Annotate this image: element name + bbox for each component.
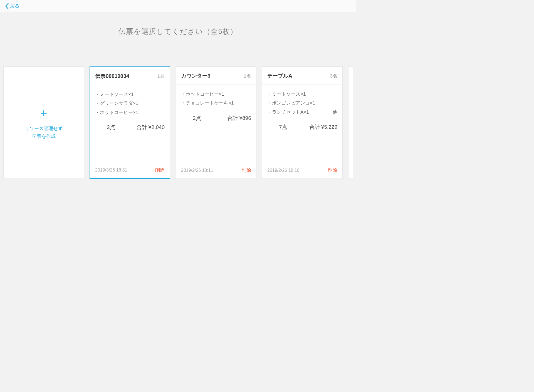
- slip-card-body: ・ホットコーヒー×1 ・チョコレートケーキ×1 2点 合計 ¥896: [176, 85, 256, 167]
- delete-button[interactable]: 削除: [328, 167, 337, 173]
- slip-title: カウンター3: [181, 72, 211, 80]
- slip-item: ・グリーンサラダ×1: [95, 99, 165, 108]
- slip-totals: 3点 合計 ¥2,040: [95, 124, 165, 131]
- slip-total-amount: 合計 ¥2,040: [137, 124, 165, 131]
- slip-item: ・ミートソース×1: [95, 90, 165, 99]
- slip-people-count: 1名: [244, 73, 251, 79]
- create-slip-label: リソース管理せず 伝票を作成: [25, 125, 63, 140]
- slip-item: ・ミートソース×1: [267, 90, 337, 99]
- slip-total-amount: 合計 ¥896: [227, 115, 251, 122]
- slip-total-amount: 合計 ¥5,229: [309, 123, 337, 131]
- slip-points: 2点: [193, 115, 201, 122]
- slip-title: テーブルA: [267, 72, 292, 80]
- slip-card-header: 伝票00010034 1名: [90, 67, 170, 85]
- slip-card-peek[interactable]: [348, 66, 353, 179]
- slip-totals: 2点 合計 ¥896: [181, 115, 251, 122]
- slip-card[interactable]: テーブルA 3名 ・ミートソース×1 ・ボンゴレビアンコ×1 ・ランチセットA×…: [262, 66, 343, 179]
- slip-card-footer: 2019/3/26 18:31 削除: [90, 167, 170, 178]
- cards-row: ＋ リソース管理せず 伝票を作成 伝票00010034 1名 ・ミートソース×1…: [0, 66, 356, 179]
- slip-item: ・ランチセットA×1他: [267, 108, 337, 117]
- slip-item-extra: 他: [328, 108, 337, 117]
- slip-item: ・ホットコーヒー×1: [95, 108, 165, 117]
- delete-button[interactable]: 削除: [155, 167, 165, 173]
- slip-timestamp: 2019/2/26 18:10: [267, 168, 300, 173]
- slip-card-header: テーブルA 3名: [262, 67, 342, 85]
- back-button[interactable]: 戻る: [5, 3, 19, 9]
- slip-points: 7点: [279, 123, 287, 131]
- slip-card[interactable]: 伝票00010034 1名 ・ミートソース×1 ・グリーンサラダ×1 ・ホットコ…: [90, 66, 170, 179]
- slip-timestamp: 2019/2/26 18:11: [181, 168, 213, 173]
- slip-card-footer: 2019/2/26 18:11 削除: [176, 167, 256, 178]
- page-title: 伝票を選択してください（全5枚）: [0, 27, 356, 36]
- slip-people-count: 1名: [157, 73, 165, 80]
- slip-item: ・チョコレートケーキ×1: [181, 99, 251, 108]
- delete-button[interactable]: 削除: [242, 167, 251, 173]
- plus-icon: ＋: [38, 105, 49, 120]
- header-bar: 戻る: [0, 0, 356, 12]
- slip-card-footer: 2019/2/26 18:10 削除: [262, 167, 342, 178]
- slip-items-list: ・ミートソース×1 ・グリーンサラダ×1 ・ホットコーヒー×1: [95, 90, 165, 117]
- slip-items-list: ・ミートソース×1 ・ボンゴレビアンコ×1 ・ランチセットA×1他: [267, 90, 337, 117]
- slip-timestamp: 2019/3/26 18:31: [95, 168, 127, 173]
- create-slip-card[interactable]: ＋ リソース管理せず 伝票を作成: [3, 66, 84, 179]
- slip-title: 伝票00010034: [95, 73, 129, 80]
- slip-items-list: ・ホットコーヒー×1 ・チョコレートケーキ×1: [181, 90, 251, 108]
- slip-card-body: ・ミートソース×1 ・グリーンサラダ×1 ・ホットコーヒー×1 3点 合計 ¥2…: [90, 85, 170, 167]
- slip-card-header: カウンター3 1名: [176, 67, 256, 85]
- slip-card-body: ・ミートソース×1 ・ボンゴレビアンコ×1 ・ランチセットA×1他 7点 合計 …: [262, 85, 342, 167]
- slip-item: ・ホットコーヒー×1: [181, 90, 251, 99]
- slip-people-count: 3名: [330, 73, 337, 79]
- slip-card[interactable]: カウンター3 1名 ・ホットコーヒー×1 ・チョコレートケーキ×1 2点 合計 …: [176, 66, 256, 179]
- chevron-left-icon: [5, 3, 9, 9]
- slip-points: 3点: [107, 124, 115, 131]
- slip-item: ・ボンゴレビアンコ×1: [267, 99, 337, 108]
- back-label: 戻る: [10, 3, 19, 9]
- slip-totals: 7点 合計 ¥5,229: [267, 123, 337, 131]
